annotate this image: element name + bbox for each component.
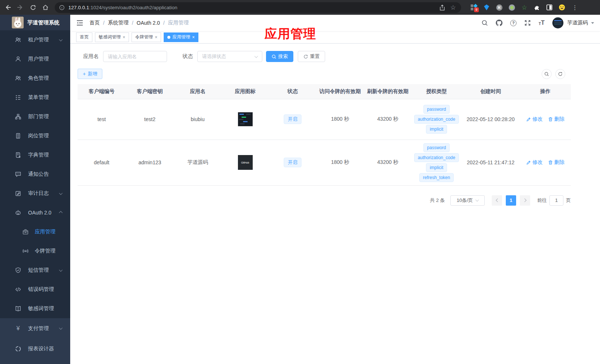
chevron-left-icon (495, 199, 499, 202)
tab-label: 应用管理 (173, 34, 190, 40)
sidebar-subitem-token[interactable]: 令牌管理 (0, 241, 70, 261)
app-screenshot-icon (238, 112, 253, 126)
browser-home-button[interactable] (39, 1, 52, 14)
extensions-puzzle-icon[interactable] (533, 4, 540, 11)
extension-badge: 9 (474, 7, 479, 12)
extension-gem-icon[interactable] (483, 4, 490, 11)
status-badge[interactable]: 开启 (284, 114, 301, 124)
cell-create-time: 2022-05-11 21:47:12 (461, 140, 520, 185)
sidebar-item-post[interactable]: 岗位管理 (0, 126, 70, 145)
user-name[interactable]: 芋道源码 (567, 20, 588, 26)
sidebar-collapse-icon[interactable] (76, 19, 83, 27)
add-button-label: 新增 (88, 71, 97, 77)
sidebar-item-sensitive[interactable]: 敏感词管理 (0, 299, 70, 318)
github-app-icon: GitHub (238, 155, 253, 170)
sidebar-item-label: 应用管理 (35, 229, 55, 235)
github-icon[interactable] (496, 20, 502, 26)
sidebar-item-notice[interactable]: 通知公告 (0, 165, 70, 184)
table-row: test test2 biubiu 开启 1800 秒 43200 秒 pass… (78, 99, 571, 140)
extension-command-icon[interactable]: ⌘ (496, 4, 502, 11)
breadcrumb-home[interactable]: 首页 (89, 20, 100, 26)
sidebar-subitem-application[interactable]: 应用管理 (0, 222, 70, 241)
share-icon[interactable] (439, 4, 445, 11)
cell-actions: 修改 删除 (520, 99, 571, 140)
sidebar-item-errorcode[interactable]: 错误码管理 (0, 280, 70, 299)
sidebar-item-sms[interactable]: 短信管理 (0, 261, 70, 280)
edit-button[interactable]: 修改 (526, 116, 543, 123)
sidebar-item-menu[interactable]: 菜单管理 (0, 88, 70, 107)
site-info-icon[interactable] (59, 5, 65, 10)
sidebar-item-role[interactable]: 角色管理 (0, 69, 70, 88)
search-icon[interactable] (481, 20, 488, 26)
sidebar-item-dict[interactable]: 字典管理 (0, 145, 70, 165)
prev-page-button[interactable] (492, 195, 502, 206)
delete-label: 删除 (554, 116, 565, 123)
extension-icons: 9 ⌘ ☆ (471, 4, 565, 11)
extension-grid-icon[interactable]: 9 (471, 4, 477, 11)
grant-type-tags: password authorization_code implicit (412, 105, 461, 134)
cell-app-icon: GitHub (221, 140, 269, 185)
edit-button[interactable]: 修改 (526, 159, 543, 166)
browser-menu-icon[interactable]: ⋮ (572, 4, 578, 11)
status-label: 状态 (183, 53, 193, 60)
reset-button[interactable]: 重置 (298, 51, 325, 62)
delete-button[interactable]: 删除 (548, 116, 565, 123)
extension-record-icon[interactable] (508, 4, 515, 11)
tab-sensitive-words[interactable]: 敏感词管理 × (95, 32, 129, 42)
puzzle-icon (534, 4, 540, 11)
font-size-icon[interactable]: TT (539, 20, 545, 26)
breadcrumb-separator: / (163, 20, 165, 26)
search-button[interactable]: 搜索 (266, 51, 293, 62)
page-number-1[interactable]: 1 (506, 195, 516, 206)
address-bar[interactable]: 127.0.0.1:1024/system/oauth2/oauth2/appl… (55, 2, 461, 13)
goto-page-input[interactable] (549, 195, 563, 206)
sidebar-item-oauth[interactable]: OAuth 2.0 (0, 203, 70, 222)
status-select[interactable]: 请选择状态 (197, 51, 262, 62)
refresh-table-button[interactable] (555, 69, 565, 79)
extension-contrast-icon[interactable] (546, 4, 553, 11)
plus-icon: + (83, 71, 86, 76)
edit-label: 修改 (532, 159, 543, 166)
page-size-value: 10条/页 (457, 197, 473, 204)
next-page-button[interactable] (520, 195, 530, 206)
tab-application-management[interactable]: 应用管理 × (164, 32, 198, 42)
browser-back-button[interactable] (1, 1, 14, 14)
chevron-down-icon (475, 198, 479, 202)
top-navbar: 首页 / 系统管理 / OAuth 2.0 / 应用管理 ? TT 芋道源码 (70, 15, 600, 31)
sidebar-item-dept[interactable]: 部门管理 (0, 107, 70, 126)
show-search-button[interactable] (542, 69, 552, 79)
roles-icon (15, 75, 21, 82)
close-icon[interactable]: × (192, 35, 195, 40)
help-icon[interactable]: ? (510, 20, 517, 26)
user-avatar[interactable] (552, 17, 563, 28)
close-icon[interactable]: × (155, 35, 157, 40)
page-size-select[interactable]: 10条/页 (450, 195, 485, 206)
applications-table: 客户端编号 客户端密钥 应用名 应用图标 状态 访问令牌的有效期 刷新令牌的有效… (78, 84, 571, 186)
status-badge[interactable]: 开启 (284, 158, 301, 167)
browser-reload-button[interactable] (27, 1, 39, 14)
close-icon[interactable]: × (123, 35, 125, 40)
browser-forward-button[interactable] (14, 1, 27, 14)
sidebar-item-tenant[interactable]: 租户管理 (0, 30, 70, 49)
sidebar-item-user[interactable]: 用户管理 (0, 49, 70, 69)
sidebar-item-payment[interactable]: ¥ 支付管理 (0, 318, 70, 339)
col-client-id: 客户端编号 (78, 84, 126, 99)
tab-token-management[interactable]: 令牌管理 × (132, 32, 161, 42)
delete-button[interactable]: 删除 (548, 159, 565, 166)
extension-star-icon[interactable]: ☆ (521, 4, 528, 11)
bookmark-star-icon[interactable]: ☆ (450, 4, 456, 11)
yen-icon: ¥ (15, 326, 21, 332)
add-button[interactable]: + 新增 (78, 69, 102, 79)
sidebar-logo[interactable]: 芋道管理系统 (0, 15, 70, 30)
tab-home[interactable]: 首页 (76, 32, 92, 42)
sidebar-item-report[interactable]: 报表设计器 (0, 339, 70, 359)
breadcrumb-system[interactable]: 系统管理 (108, 20, 129, 26)
sidebar-item-audit[interactable]: 审计日志 (0, 184, 70, 203)
extension-emoji-icon[interactable] (559, 4, 565, 11)
cell-status: 开启 (269, 140, 316, 185)
app-name-input[interactable] (103, 51, 167, 62)
user-menu-caret-icon[interactable] (591, 22, 594, 24)
tags-view-bar: 首页 敏感词管理 × 令牌管理 × 应用管理 × (70, 31, 600, 44)
fullscreen-icon[interactable] (524, 20, 531, 26)
breadcrumb-oauth[interactable]: OAuth 2.0 (137, 20, 160, 26)
